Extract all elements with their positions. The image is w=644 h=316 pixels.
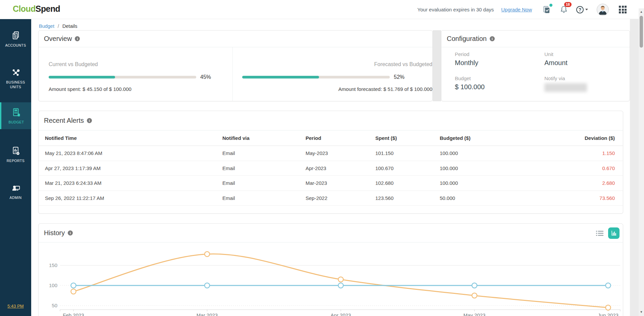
field-label: Period bbox=[455, 51, 544, 57]
budget-icon bbox=[1, 107, 31, 118]
scroll-up-arrow[interactable]: ▲ bbox=[639, 9, 644, 14]
config-field-period: Period Monthly bbox=[455, 51, 544, 67]
data-point-spent[interactable] bbox=[606, 305, 611, 310]
logo-spend: Spend bbox=[36, 4, 60, 13]
notification-count-badge: 18 bbox=[564, 2, 572, 7]
x-axis-month-label: May 2023 bbox=[464, 312, 486, 316]
alert-cell: 0.670 bbox=[550, 165, 615, 171]
tasks-icon[interactable] bbox=[542, 5, 551, 14]
data-point-budgeted[interactable] bbox=[338, 283, 343, 288]
data-point-budgeted[interactable] bbox=[71, 283, 76, 288]
alert-cell: May 21, 2023 8:47:06 AM bbox=[45, 150, 222, 156]
field-label: Budget bbox=[455, 75, 544, 81]
logo-cloud: Cloud bbox=[13, 4, 36, 13]
bell-icon[interactable]: 18 bbox=[559, 5, 568, 14]
configuration-header: Configuration i bbox=[441, 31, 630, 47]
progress-bar bbox=[242, 76, 390, 78]
alert-cell: 123.560 bbox=[375, 195, 440, 201]
sidebar-item-reports[interactable]: REPORTS bbox=[0, 145, 31, 163]
apps-grid-icon[interactable] bbox=[619, 6, 627, 13]
clock-time-link[interactable]: 5:43 PM bbox=[0, 304, 31, 309]
alert-cell: 50.000 bbox=[440, 195, 550, 201]
data-point-budgeted[interactable] bbox=[472, 283, 477, 288]
breadcrumb-details: Details bbox=[62, 23, 77, 29]
amount-spent-text: Amount spent: $ 45.150 of $ 100.000 bbox=[49, 86, 232, 92]
alert-cell: Email bbox=[222, 150, 306, 156]
field-label: Unit bbox=[544, 51, 623, 57]
cloudspend-logo[interactable]: CloudSpend bbox=[13, 4, 60, 14]
sidebar-item-label: ACCOUNTS bbox=[0, 43, 31, 48]
sidebar-item-label: BUDGET bbox=[1, 120, 31, 124]
sidebar-item-budget[interactable]: BUDGET bbox=[0, 102, 31, 129]
page-scrollbar[interactable]: ▲ ▼ bbox=[639, 8, 644, 316]
breadcrumb: Budget / Details bbox=[39, 23, 77, 29]
data-point-spent[interactable] bbox=[71, 289, 76, 294]
topbar: CloudSpend Your evaluation expires in 30… bbox=[0, 0, 644, 19]
info-icon[interactable]: i bbox=[68, 230, 73, 235]
alert-row: May 21, 2023 8:47:06 AMEmailMay-2023101.… bbox=[39, 146, 623, 161]
alerts-table-header: Notified TimeNotified viaPeriodSpent ($)… bbox=[39, 130, 623, 146]
column-header: Budgeted ($) bbox=[440, 135, 550, 141]
sidebar-item-accounts[interactable]: ACCOUNTS bbox=[0, 30, 31, 47]
help-menu[interactable]: ? bbox=[576, 6, 588, 13]
alert-cell: Email bbox=[222, 165, 306, 171]
alert-cell: 100.000 bbox=[440, 150, 550, 156]
config-field-budget: Budget $ 100.000 bbox=[455, 75, 544, 92]
list-view-toggle[interactable] bbox=[596, 230, 603, 238]
config-field-unit: Unit Amount bbox=[544, 51, 623, 67]
redacted-value bbox=[544, 83, 587, 92]
configuration-card: Configuration i Period Monthly Unit Amou… bbox=[441, 30, 630, 101]
upgrade-now-link[interactable]: Upgrade Now bbox=[501, 7, 532, 12]
data-point-spent[interactable] bbox=[338, 277, 343, 282]
history-line-chart[interactable]: 15010050Feb 2023Mar 2023Apr 2023May 2023… bbox=[39, 243, 624, 316]
panel-splitter[interactable] bbox=[433, 30, 441, 101]
amount-forecasted-text: Amount forecasted: $ 51.769 of $ 100.000 bbox=[242, 86, 432, 92]
alert-cell: Apr-2023 bbox=[306, 165, 375, 171]
alert-cell: Email bbox=[222, 180, 306, 186]
info-icon[interactable]: i bbox=[87, 118, 92, 123]
sidebar-item-admin[interactable]: ADMIN bbox=[0, 182, 31, 200]
overview-header: Overview i bbox=[39, 31, 432, 47]
history-title: History bbox=[44, 229, 65, 237]
history-header: History i bbox=[39, 224, 623, 243]
sidebar-item-label: BUSINESS UNITS bbox=[0, 80, 31, 89]
field-label: Notify via bbox=[544, 75, 623, 81]
sidebar-item-business-units[interactable]: BUSINESS UNITS bbox=[0, 67, 31, 89]
alert-cell: Sep-2022 bbox=[306, 195, 375, 201]
data-point-spent[interactable] bbox=[205, 252, 210, 257]
alert-cell: Apr 27, 2023 1:17:39 AM bbox=[45, 165, 222, 171]
x-axis-month-label: Mar 2023 bbox=[197, 312, 218, 316]
alert-row: Apr 27, 2023 1:17:39 AMEmailApr-2023100.… bbox=[39, 161, 623, 176]
accounts-icon bbox=[0, 30, 31, 41]
alert-cell: 101.150 bbox=[375, 150, 440, 156]
progress-fill bbox=[242, 76, 319, 78]
admin-icon bbox=[0, 182, 31, 194]
data-point-budgeted[interactable] bbox=[606, 283, 611, 288]
scrollbar-thumb[interactable] bbox=[640, 16, 643, 48]
business-units-icon bbox=[0, 67, 31, 78]
alert-cell: 100.000 bbox=[440, 165, 550, 171]
info-icon[interactable]: i bbox=[75, 36, 80, 41]
metric-label: Current vs Budgeted bbox=[49, 61, 232, 67]
info-icon[interactable]: i bbox=[490, 36, 495, 41]
forecasted-vs-budgeted-panel: Forecasted vs Budgeted 52% Amount foreca… bbox=[232, 47, 432, 101]
field-value: Amount bbox=[544, 59, 623, 67]
column-header: Period bbox=[306, 135, 375, 141]
chart-view-toggle-active[interactable] bbox=[608, 227, 620, 239]
column-header: Notified Time bbox=[45, 135, 222, 141]
data-point-budgeted[interactable] bbox=[205, 283, 210, 288]
evaluation-expiry-text: Your evaluation expires in 30 days bbox=[417, 7, 494, 12]
y-axis-tick-label: 150 bbox=[49, 262, 57, 268]
column-header: Spent ($) bbox=[375, 135, 440, 141]
breadcrumb-budget[interactable]: Budget bbox=[39, 23, 54, 29]
config-field-notify-via: Notify via bbox=[544, 75, 623, 92]
data-point-spent[interactable] bbox=[472, 293, 477, 298]
user-avatar[interactable] bbox=[597, 4, 609, 16]
alert-cell: 73.560 bbox=[550, 195, 615, 201]
scroll-down-arrow[interactable]: ▼ bbox=[639, 309, 644, 315]
progress-percent: 52% bbox=[394, 74, 405, 80]
overview-card: Overview i Current vs Budgeted 45% Amoun… bbox=[38, 30, 433, 101]
reports-icon bbox=[0, 145, 31, 157]
alert-cell: Email bbox=[222, 195, 306, 201]
alerts-table-body: May 21, 2023 8:47:06 AMEmailMay-2023101.… bbox=[39, 146, 623, 206]
